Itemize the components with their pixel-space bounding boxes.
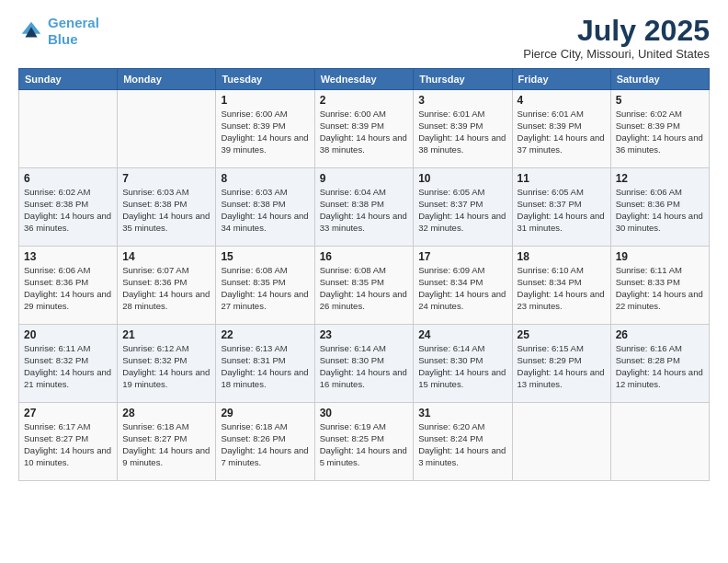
day-detail: Sunrise: 6:14 AM Sunset: 8:30 PM Dayligh… <box>320 343 409 390</box>
calendar: SundayMondayTuesdayWednesdayThursdayFrid… <box>18 68 710 481</box>
day-number: 15 <box>221 250 309 263</box>
day-number: 14 <box>122 250 210 263</box>
day-detail: Sunrise: 6:14 AM Sunset: 8:30 PM Dayligh… <box>418 343 506 390</box>
weekday-header-row: SundayMondayTuesdayWednesdayThursdayFrid… <box>19 69 710 90</box>
calendar-cell: 6Sunrise: 6:02 AM Sunset: 8:38 PM Daylig… <box>19 168 118 247</box>
day-detail: Sunrise: 6:12 AM Sunset: 8:32 PM Dayligh… <box>122 343 210 390</box>
calendar-cell: 22Sunrise: 6:13 AM Sunset: 8:31 PM Dayli… <box>216 325 314 403</box>
calendar-body: 1Sunrise: 6:00 AM Sunset: 8:39 PM Daylig… <box>19 90 710 481</box>
day-number: 4 <box>518 94 606 107</box>
calendar-cell: 2Sunrise: 6:00 AM Sunset: 8:39 PM Daylig… <box>314 90 414 168</box>
page: General Blue July 2025 Pierce City, Miss… <box>0 0 728 563</box>
day-detail: Sunrise: 6:01 AM Sunset: 8:39 PM Dayligh… <box>518 109 606 155</box>
calendar-cell: 9Sunrise: 6:04 AM Sunset: 8:38 PM Daylig… <box>314 168 414 247</box>
day-number: 23 <box>320 328 409 341</box>
title-block: July 2025 Pierce City, Missouri, United … <box>523 15 710 61</box>
calendar-cell: 23Sunrise: 6:14 AM Sunset: 8:30 PM Dayli… <box>314 325 414 403</box>
day-number: 10 <box>418 172 506 185</box>
day-detail: Sunrise: 6:18 AM Sunset: 8:27 PM Dayligh… <box>122 421 210 468</box>
day-number: 11 <box>518 172 606 185</box>
calendar-cell: 28Sunrise: 6:18 AM Sunset: 8:27 PM Dayli… <box>118 403 216 481</box>
day-detail: Sunrise: 6:03 AM Sunset: 8:38 PM Dayligh… <box>221 187 309 234</box>
day-number: 5 <box>616 94 704 107</box>
calendar-cell: 5Sunrise: 6:02 AM Sunset: 8:39 PM Daylig… <box>610 90 709 168</box>
day-number: 13 <box>24 250 112 263</box>
calendar-cell: 4Sunrise: 6:01 AM Sunset: 8:39 PM Daylig… <box>512 90 610 168</box>
day-number: 30 <box>320 407 409 419</box>
subtitle: Pierce City, Missouri, United States <box>523 47 710 61</box>
day-detail: Sunrise: 6:20 AM Sunset: 8:24 PM Dayligh… <box>418 421 506 468</box>
day-detail: Sunrise: 6:15 AM Sunset: 8:29 PM Dayligh… <box>518 343 606 390</box>
day-detail: Sunrise: 6:03 AM Sunset: 8:38 PM Dayligh… <box>122 187 210 234</box>
calendar-cell: 14Sunrise: 6:07 AM Sunset: 8:36 PM Dayli… <box>118 247 216 325</box>
day-detail: Sunrise: 6:01 AM Sunset: 8:39 PM Dayligh… <box>418 109 506 155</box>
calendar-cell: 30Sunrise: 6:19 AM Sunset: 8:25 PM Dayli… <box>314 403 414 481</box>
logo: General Blue <box>18 15 99 48</box>
day-detail: Sunrise: 6:00 AM Sunset: 8:39 PM Dayligh… <box>221 109 309 155</box>
day-detail: Sunrise: 6:06 AM Sunset: 8:36 PM Dayligh… <box>616 187 704 234</box>
calendar-cell <box>610 403 709 481</box>
day-number: 19 <box>616 250 704 263</box>
day-number: 7 <box>122 172 210 185</box>
weekday-header-cell: Saturday <box>610 69 709 90</box>
day-number: 20 <box>24 328 112 341</box>
day-number: 16 <box>320 250 409 263</box>
weekday-header-cell: Thursday <box>414 69 512 90</box>
weekday-header-cell: Sunday <box>19 69 118 90</box>
day-number: 28 <box>122 407 210 419</box>
calendar-cell: 27Sunrise: 6:17 AM Sunset: 8:27 PM Dayli… <box>19 403 118 481</box>
calendar-week-row: 13Sunrise: 6:06 AM Sunset: 8:36 PM Dayli… <box>19 247 710 325</box>
day-number: 1 <box>221 94 309 107</box>
calendar-week-row: 1Sunrise: 6:00 AM Sunset: 8:39 PM Daylig… <box>19 90 710 168</box>
day-number: 29 <box>221 407 309 419</box>
calendar-cell: 29Sunrise: 6:18 AM Sunset: 8:26 PM Dayli… <box>216 403 314 481</box>
calendar-cell <box>19 90 118 168</box>
day-detail: Sunrise: 6:13 AM Sunset: 8:31 PM Dayligh… <box>221 343 309 390</box>
calendar-cell: 19Sunrise: 6:11 AM Sunset: 8:33 PM Dayli… <box>610 247 709 325</box>
calendar-cell: 16Sunrise: 6:08 AM Sunset: 8:35 PM Dayli… <box>314 247 414 325</box>
calendar-cell <box>118 90 216 168</box>
calendar-cell: 3Sunrise: 6:01 AM Sunset: 8:39 PM Daylig… <box>414 90 512 168</box>
day-number: 22 <box>221 328 309 341</box>
day-number: 2 <box>320 94 409 107</box>
day-detail: Sunrise: 6:07 AM Sunset: 8:36 PM Dayligh… <box>122 265 210 312</box>
day-detail: Sunrise: 6:08 AM Sunset: 8:35 PM Dayligh… <box>320 265 409 312</box>
weekday-header-cell: Tuesday <box>216 69 314 90</box>
calendar-cell: 17Sunrise: 6:09 AM Sunset: 8:34 PM Dayli… <box>414 247 512 325</box>
calendar-cell: 10Sunrise: 6:05 AM Sunset: 8:37 PM Dayli… <box>414 168 512 247</box>
day-detail: Sunrise: 6:17 AM Sunset: 8:27 PM Dayligh… <box>24 421 112 468</box>
logo-line2: Blue <box>48 31 78 47</box>
logo-icon <box>18 18 44 44</box>
calendar-cell: 15Sunrise: 6:08 AM Sunset: 8:35 PM Dayli… <box>216 247 314 325</box>
calendar-cell: 31Sunrise: 6:20 AM Sunset: 8:24 PM Dayli… <box>414 403 512 481</box>
calendar-cell: 25Sunrise: 6:15 AM Sunset: 8:29 PM Dayli… <box>512 325 610 403</box>
main-title: July 2025 <box>523 15 710 47</box>
logo-text: General Blue <box>48 15 99 48</box>
calendar-cell: 1Sunrise: 6:00 AM Sunset: 8:39 PM Daylig… <box>216 90 314 168</box>
day-number: 18 <box>518 250 606 263</box>
day-number: 6 <box>24 172 112 185</box>
calendar-cell: 24Sunrise: 6:14 AM Sunset: 8:30 PM Dayli… <box>414 325 512 403</box>
calendar-week-row: 27Sunrise: 6:17 AM Sunset: 8:27 PM Dayli… <box>19 403 710 481</box>
day-detail: Sunrise: 6:19 AM Sunset: 8:25 PM Dayligh… <box>320 421 409 468</box>
calendar-cell: 8Sunrise: 6:03 AM Sunset: 8:38 PM Daylig… <box>216 168 314 247</box>
calendar-cell: 21Sunrise: 6:12 AM Sunset: 8:32 PM Dayli… <box>118 325 216 403</box>
weekday-header-cell: Monday <box>118 69 216 90</box>
day-number: 17 <box>418 250 506 263</box>
day-detail: Sunrise: 6:06 AM Sunset: 8:36 PM Dayligh… <box>24 265 112 312</box>
day-detail: Sunrise: 6:10 AM Sunset: 8:34 PM Dayligh… <box>518 265 606 312</box>
calendar-cell <box>512 403 610 481</box>
day-number: 8 <box>221 172 309 185</box>
day-number: 27 <box>24 407 112 419</box>
calendar-cell: 7Sunrise: 6:03 AM Sunset: 8:38 PM Daylig… <box>118 168 216 247</box>
calendar-cell: 26Sunrise: 6:16 AM Sunset: 8:28 PM Dayli… <box>610 325 709 403</box>
day-number: 12 <box>616 172 704 185</box>
calendar-cell: 13Sunrise: 6:06 AM Sunset: 8:36 PM Dayli… <box>19 247 118 325</box>
day-detail: Sunrise: 6:05 AM Sunset: 8:37 PM Dayligh… <box>518 187 606 234</box>
day-detail: Sunrise: 6:02 AM Sunset: 8:38 PM Dayligh… <box>24 187 112 234</box>
day-number: 31 <box>418 407 506 419</box>
day-detail: Sunrise: 6:09 AM Sunset: 8:34 PM Dayligh… <box>418 265 506 312</box>
day-detail: Sunrise: 6:05 AM Sunset: 8:37 PM Dayligh… <box>418 187 506 234</box>
day-number: 25 <box>518 328 606 341</box>
day-number: 3 <box>418 94 506 107</box>
